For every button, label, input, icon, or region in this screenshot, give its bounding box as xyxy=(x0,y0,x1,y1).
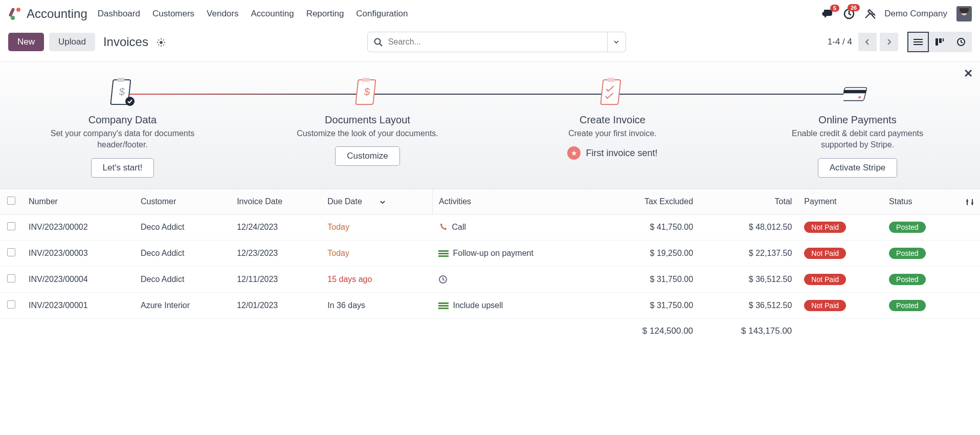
search-dropdown-toggle[interactable] xyxy=(608,32,626,52)
table-row[interactable]: INV/2023/00003Deco Addict12/23/2023Today… xyxy=(0,240,980,266)
star-icon: ★ xyxy=(567,146,581,160)
cell-tax-excluded: $ 31,750.00 xyxy=(600,266,699,292)
col-total[interactable]: Total xyxy=(699,189,798,214)
cell-status: Posted xyxy=(883,214,960,240)
control-bar: New Upload Invoices 1-4 / 4 xyxy=(0,28,980,61)
cell-activities[interactable]: Follow-up on payment xyxy=(432,240,600,266)
cell-due-date: Today xyxy=(321,240,432,266)
svg-point-1 xyxy=(16,8,20,12)
step-desc: Set your company's data for documents he… xyxy=(46,128,199,151)
col-invoice-date[interactable]: Invoice Date xyxy=(231,189,321,214)
nav-configuration[interactable]: Configuration xyxy=(356,9,408,19)
col-activities[interactable]: Activities xyxy=(432,189,600,214)
clipboard-dollar-icon: $ xyxy=(108,76,137,111)
gear-icon[interactable] xyxy=(157,37,166,47)
top-nav: Accounting Dashboard Customers Vendors A… xyxy=(0,0,980,28)
pager-text[interactable]: 1-4 / 4 xyxy=(828,37,852,47)
pager-next-button[interactable] xyxy=(880,33,898,51)
onboarding-step-company-data: $ Company Data Set your company's data f… xyxy=(0,76,245,178)
row-checkbox[interactable] xyxy=(0,214,23,240)
cell-status: Posted xyxy=(883,240,960,266)
table-row[interactable]: INV/2023/00004Deco Addict12/11/202315 da… xyxy=(0,266,980,292)
cell-due-date: In 36 days xyxy=(321,292,432,318)
cell-activities[interactable]: Include upsell xyxy=(432,292,600,318)
svg-rect-15 xyxy=(939,38,942,43)
nav-accounting[interactable]: Accounting xyxy=(251,9,294,19)
task-icon xyxy=(438,301,449,310)
activities-icon[interactable]: 26 xyxy=(843,8,855,19)
col-payment[interactable]: Payment xyxy=(798,189,883,214)
company-name[interactable]: Demo Company xyxy=(884,9,947,19)
app-logo-icon[interactable] xyxy=(8,7,23,21)
cell-number: INV/2023/00003 xyxy=(23,240,135,266)
step-title: Online Payments xyxy=(818,114,896,126)
table-row[interactable]: INV/2023/00001Azure Interior12/01/2023In… xyxy=(0,292,980,318)
svg-rect-36 xyxy=(438,255,449,257)
svg-rect-26 xyxy=(607,78,614,82)
task-icon xyxy=(438,249,449,258)
cell-invoice-date: 12/01/2023 xyxy=(231,292,321,318)
messages-badge: 5 xyxy=(830,5,839,12)
search-input-wrap[interactable] xyxy=(367,32,608,52)
cell-payment: Not Paid xyxy=(798,240,883,266)
col-status[interactable]: Status xyxy=(883,189,960,214)
table-row[interactable]: INV/2023/00002Deco Addict12/24/2023Today… xyxy=(0,214,980,240)
cell-activities[interactable] xyxy=(432,266,600,292)
tools-icon[interactable] xyxy=(864,8,875,19)
cell-invoice-date: 12/23/2023 xyxy=(231,240,321,266)
activities-badge: 26 xyxy=(848,4,860,11)
row-checkbox[interactable] xyxy=(0,240,23,266)
col-tax-excluded[interactable]: Tax Excluded xyxy=(600,189,699,214)
view-list-button[interactable] xyxy=(907,32,929,52)
view-activity-button[interactable] xyxy=(950,32,972,52)
svg-rect-38 xyxy=(438,302,449,304)
nav-vendors[interactable]: Vendors xyxy=(207,9,238,19)
total-amount: $ 143,175.00 xyxy=(699,318,798,343)
search-input[interactable] xyxy=(388,37,601,47)
cell-tax-excluded: $ 41,750.00 xyxy=(600,214,699,240)
avatar[interactable] xyxy=(956,6,972,21)
app-name[interactable]: Accounting xyxy=(27,7,87,21)
activate-stripe-button[interactable]: Activate Stripe xyxy=(818,158,898,178)
column-settings-icon[interactable] xyxy=(960,189,980,214)
col-due-date[interactable]: Due Date xyxy=(321,189,432,214)
clock-icon xyxy=(438,274,448,284)
view-kanban-button[interactable] xyxy=(929,32,950,52)
step-title: Company Data xyxy=(88,114,157,126)
svg-rect-23 xyxy=(362,78,369,82)
step-title: Create Invoice xyxy=(580,114,645,126)
onboarding-step-create-invoice: Create Invoice Create your first invoice… xyxy=(490,76,735,178)
lets-start-button[interactable]: Let's start! xyxy=(91,158,154,178)
svg-point-9 xyxy=(374,38,380,44)
cell-invoice-date: 12/11/2023 xyxy=(231,266,321,292)
clipboard-dollar-icon: $ xyxy=(353,76,382,111)
cell-total: $ 36,512.50 xyxy=(699,292,798,318)
cell-payment: Not Paid xyxy=(798,292,883,318)
chevron-down-icon xyxy=(380,197,386,206)
cell-customer: Deco Addict xyxy=(135,240,231,266)
customize-button[interactable]: Customize xyxy=(335,146,399,166)
cell-number: INV/2023/00004 xyxy=(23,266,135,292)
step-desc: Enable credit & debit card payments supp… xyxy=(781,128,934,151)
col-number[interactable]: Number xyxy=(23,189,135,214)
svg-point-33 xyxy=(971,202,973,204)
row-checkbox[interactable] xyxy=(0,292,23,318)
svg-point-2 xyxy=(11,16,15,20)
cell-activities[interactable]: Call xyxy=(432,214,600,240)
step-title: Documents Layout xyxy=(325,114,410,126)
nav-menu: Dashboard Customers Vendors Accounting R… xyxy=(98,9,408,19)
nav-customers[interactable]: Customers xyxy=(152,9,194,19)
cell-due-date: Today xyxy=(321,214,432,240)
messages-icon[interactable]: 5 xyxy=(822,9,834,19)
cell-customer: Azure Interior xyxy=(135,292,231,318)
select-all-checkbox[interactable] xyxy=(0,189,23,214)
cell-number: INV/2023/00001 xyxy=(23,292,135,318)
row-checkbox[interactable] xyxy=(0,266,23,292)
pager-prev-button[interactable] xyxy=(858,33,877,51)
col-customer[interactable]: Customer xyxy=(135,189,231,214)
upload-button[interactable]: Upload xyxy=(49,33,95,51)
svg-rect-19 xyxy=(117,78,124,82)
new-button[interactable]: New xyxy=(8,33,44,51)
nav-reporting[interactable]: Reporting xyxy=(306,9,344,19)
nav-dashboard[interactable]: Dashboard xyxy=(98,9,140,19)
